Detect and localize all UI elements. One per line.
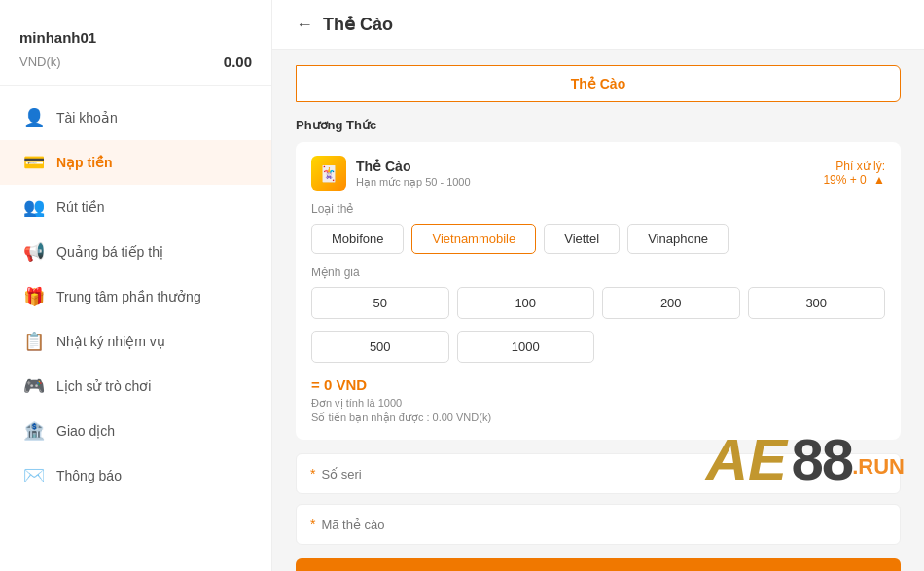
card-types: MobifoneVietnammobileViettelVinaphone: [311, 224, 885, 254]
trung-tam-icon: 🎁: [23, 286, 45, 307]
denom-row1: 50100200300: [311, 287, 885, 319]
serial-input[interactable]: [321, 467, 886, 482]
sidebar-user-section: minhanh01 VND(k) 0.00: [0, 19, 271, 86]
denom-300[interactable]: 300: [748, 287, 886, 319]
method-left: 🃏 Thẻ Cào Hạn mức nạp 50 - 1000: [311, 156, 471, 191]
quang-ba-label: Quảng bá tiếp thị: [56, 244, 163, 260]
balance-row: VND(k) 0.00: [19, 54, 252, 70]
fee-value: 19% + 0: [823, 173, 866, 187]
method-fee: Phí xử lý: 19% + 0 ▲: [823, 160, 885, 187]
nap-tien-label: Nạp tiền: [56, 155, 113, 170]
sidebar: minhanh01 VND(k) 0.00 👤 Tài khoản 💳 Nạp …: [0, 0, 272, 571]
sidebar-item-lich-su[interactable]: 🎮 Lịch sử trò chơi: [0, 364, 271, 409]
method-icon: 🃏: [311, 156, 346, 191]
section-label: Phương Thức: [296, 118, 901, 132]
lich-su-label: Lịch sử trò chơi: [56, 378, 151, 394]
denom-100[interactable]: 100: [457, 287, 595, 319]
balance-amount: 0.00: [224, 54, 252, 70]
amount-note2: Số tiền bạn nhận được : 0.00 VND(k): [311, 411, 885, 424]
amount-note1: Đơn vị tính là 1000: [311, 397, 885, 410]
sidebar-item-tai-khoan[interactable]: 👤 Tài khoản: [0, 95, 271, 140]
serial-input-group[interactable]: *: [296, 453, 901, 494]
denom-50[interactable]: 50: [311, 287, 449, 319]
nap-tien-icon: 💳: [23, 152, 45, 173]
thong-bao-icon: ✉️: [23, 465, 45, 486]
giao-dich-icon: 🏦: [23, 420, 45, 442]
denom-label: Mệnh giá: [311, 266, 885, 279]
card-type-viettel[interactable]: Viettel: [544, 224, 620, 254]
fee-label: Phí xử lý:: [835, 160, 885, 173]
amount-display: = 0 VND: [311, 376, 885, 393]
sidebar-item-nhat-ky[interactable]: 📋 Nhật ký nhiệm vụ: [0, 319, 271, 364]
quang-ba-icon: 📢: [23, 241, 45, 263]
tai-khoan-icon: 👤: [23, 107, 45, 128]
rut-tien-icon: 👥: [23, 196, 45, 218]
code-input-group[interactable]: *: [296, 504, 901, 545]
chevron-up-icon: ▲: [873, 173, 885, 187]
sidebar-nav: 👤 Tài khoản 💳 Nạp tiền 👥 Rút tiền 📢 Quản…: [0, 95, 271, 552]
method-sub: Hạn mức nạp 50 - 1000: [356, 176, 471, 189]
page-title: Thẻ Cào: [323, 14, 393, 35]
method-info: Thẻ Cào Hạn mức nạp 50 - 1000: [356, 159, 471, 189]
back-button[interactable]: ←: [296, 15, 313, 35]
method-name: Thẻ Cào: [356, 159, 471, 174]
tab-the-cao[interactable]: Thẻ Cào: [296, 65, 901, 102]
card-type-mobifone[interactable]: Mobifone: [311, 224, 404, 254]
submit-button[interactable]: Tiến hành: [296, 558, 901, 571]
card-type-label: Loại thẻ: [311, 202, 885, 216]
denom-row2: 5001000: [311, 331, 885, 363]
tai-khoan-label: Tài khoản: [56, 110, 118, 125]
trung-tam-label: Trung tâm phần thưởng: [56, 289, 201, 304]
sidebar-item-thong-bao[interactable]: ✉️ Thông báo: [0, 453, 271, 498]
username: minhanh01: [19, 29, 252, 46]
sidebar-item-quang-ba[interactable]: 📢 Quảng bá tiếp thị: [0, 230, 271, 274]
card-type-vinaphone[interactable]: Vinaphone: [627, 224, 729, 254]
denom-500[interactable]: 500: [311, 331, 449, 363]
denom-1000[interactable]: 1000: [457, 331, 595, 363]
sidebar-item-nap-tien[interactable]: 💳 Nạp tiền: [0, 140, 271, 185]
balance-label: VND(k): [19, 54, 61, 69]
tab-bar: Thẻ Cào: [296, 65, 901, 102]
serial-star: *: [310, 466, 315, 482]
sidebar-item-rut-tien[interactable]: 👥 Rút tiền: [0, 185, 271, 230]
code-input[interactable]: [321, 517, 886, 532]
code-star: *: [310, 517, 315, 532]
denom-200[interactable]: 200: [602, 287, 740, 319]
nhat-ky-label: Nhật ký nhiệm vụ: [56, 334, 165, 349]
main-body: Thẻ Cào Phương Thức 🃏 Thẻ Cào Hạn mức nạ…: [272, 50, 924, 571]
thong-bao-label: Thông báo: [56, 468, 122, 483]
lich-su-icon: 🎮: [23, 375, 45, 397]
rut-tien-label: Rút tiền: [56, 199, 104, 215]
main-header: ← Thẻ Cào: [272, 0, 924, 50]
method-header: 🃏 Thẻ Cào Hạn mức nạp 50 - 1000 Phí xử l…: [311, 156, 885, 191]
method-card: 🃏 Thẻ Cào Hạn mức nạp 50 - 1000 Phí xử l…: [296, 142, 901, 440]
nhat-ky-icon: 📋: [23, 331, 45, 352]
sidebar-item-trung-tam[interactable]: 🎁 Trung tâm phần thưởng: [0, 274, 271, 319]
card-type-vietnammobile[interactable]: Vietnammobile: [411, 224, 536, 254]
giao-dich-label: Giao dịch: [56, 423, 115, 439]
sidebar-item-giao-dich[interactable]: 🏦 Giao dịch: [0, 409, 271, 453]
main-content: ← Thẻ Cào Thẻ Cào Phương Thức 🃏 Thẻ Cào …: [272, 0, 924, 571]
